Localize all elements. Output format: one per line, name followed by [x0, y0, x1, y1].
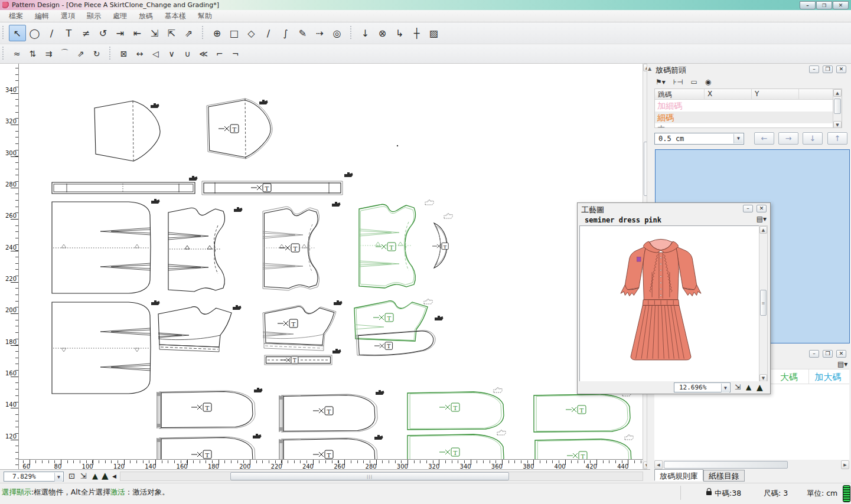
pattern-piece-waistband-left[interactable]: [52, 176, 198, 194]
craft-scroll-up-arrow[interactable]: ▲: [759, 226, 767, 234]
column-header-x[interactable]: X: [705, 89, 752, 99]
grade-row[interactable]: 加細碼: [655, 100, 842, 112]
curve-tool-button[interactable]: ∫: [277, 25, 294, 41]
grading-table[interactable]: 跳碼 X Y 加細碼細碼中 ▲ ▼: [654, 89, 842, 128]
zoom-tool-button[interactable]: ◯: [26, 25, 43, 41]
pattern-piece-sleeve-6[interactable]: [279, 435, 383, 459]
fan-grade-tool-button[interactable]: ∨: [164, 47, 180, 61]
pin-icon[interactable]: ⚑▾: [656, 78, 666, 86]
toolbar-group-handle[interactable]: [2, 47, 5, 61]
rotate-tool-button[interactable]: ↺: [94, 25, 112, 41]
pattern-piece-sleeve-2[interactable]: [279, 390, 384, 432]
toolbar-group-handle[interactable]: [109, 47, 112, 61]
notch-tool-button[interactable]: ≠: [77, 25, 94, 41]
pattern-canvas[interactable]: T: [19, 64, 643, 459]
craft-zoom-in-mountain-icon[interactable]: ▲: [757, 382, 763, 392]
document-menu-icon[interactable]: ▤▾: [837, 360, 847, 368]
pattern-piece-sleeve-5[interactable]: [156, 434, 262, 459]
eye-icon[interactable]: ◉: [705, 78, 711, 86]
pattern-piece-skirt-back[interactable]: [52, 199, 160, 293]
craft-fit-icon[interactable]: ⇲: [735, 383, 741, 391]
menu-view[interactable]: 顯示: [81, 10, 106, 22]
pattern-piece-band-seam[interactable]: [356, 316, 444, 356]
sizes-scroll-left-arrow[interactable]: ◀: [654, 460, 663, 469]
grade-xy-tool-button[interactable]: ⇱: [163, 25, 180, 41]
tab-pattern-catalog[interactable]: 紙樣目錄: [703, 470, 745, 482]
center-align-tool-button[interactable]: ┼: [408, 25, 425, 41]
grade-row[interactable]: 中: [655, 123, 842, 128]
corner-cut-tool-button[interactable]: ¬: [227, 47, 243, 61]
text-tool-button[interactable]: T: [60, 25, 77, 41]
pattern-piece-front-yoke[interactable]: [158, 305, 242, 352]
combo-dropdown-arrow[interactable]: ▼: [733, 134, 743, 143]
zoom-in-mountain-icon[interactable]: ▲: [102, 470, 109, 481]
toolbar-group-handle[interactable]: [2, 26, 5, 40]
grade-left-button[interactable]: ←: [754, 132, 774, 145]
grade-right-button[interactable]: →: [778, 132, 798, 145]
parallel-grade-tool-button[interactable]: ⇅: [25, 47, 41, 61]
grading-panel-restore-button[interactable]: ❒: [823, 66, 833, 73]
converge-grade-tool-button[interactable]: ⇉: [41, 47, 57, 61]
grade-scroll-down-arrow[interactable]: ▼: [833, 121, 842, 128]
line-tool-button[interactable]: ∕: [260, 25, 277, 41]
target-tool-button[interactable]: ◎: [328, 25, 345, 41]
toolbar-group-handle[interactable]: [350, 26, 353, 40]
grading-panel-close-button[interactable]: ✕: [836, 66, 846, 73]
craft-vertical-scrollbar[interactable]: ▲ ≡ ▼: [759, 225, 768, 382]
grading-table-scrollbar[interactable]: ▲ ▼: [833, 89, 842, 128]
fit-page-icon[interactable]: ⊡: [69, 472, 75, 480]
collapse-panel-arrow[interactable]: ▲: [648, 66, 651, 71]
craft-minimize-button[interactable]: –: [743, 205, 753, 212]
tab-grading-rule-library[interactable]: 放碼規則庫: [654, 469, 703, 481]
grade-row[interactable]: 細碼: [655, 112, 842, 123]
menu-basic-pattern[interactable]: 基本樣: [159, 10, 191, 22]
menu-file[interactable]: 檔案: [4, 10, 28, 22]
measure-tool-button[interactable]: ∕: [43, 25, 60, 41]
connector-icon[interactable]: ⊦⊣: [673, 78, 683, 86]
menu-options[interactable]: 選項: [56, 10, 80, 22]
pattern-piece-waistband-right[interactable]: [202, 172, 353, 195]
polygon-tool-button[interactable]: ◇: [243, 25, 260, 41]
box-cross-tool-button[interactable]: ⊠: [116, 47, 132, 61]
pattern-piece-sleeve-1[interactable]: [156, 388, 263, 428]
canvas-horizontal-scrollbar[interactable]: |||: [120, 472, 643, 481]
sizes-panel-close-button[interactable]: ✕: [836, 350, 846, 358]
corner-grade-tool-button[interactable]: ⌐: [211, 47, 227, 61]
pattern-piece-front-yoke-seam[interactable]: [263, 300, 343, 351]
move-point-y-tool-button[interactable]: ⇤: [129, 25, 146, 41]
trace-tool-button[interactable]: ⇢: [311, 25, 328, 41]
copy-grade-tool-button[interactable]: ⇗: [73, 47, 89, 61]
zoom-dropdown-arrow[interactable]: ▼: [54, 473, 63, 482]
minimize-button[interactable]: [800, 1, 816, 9]
axis-align-tool-button[interactable]: ↳: [391, 25, 408, 41]
spread-grade-tool-button[interactable]: ∪: [180, 47, 195, 61]
menu-help[interactable]: 幫助: [193, 10, 217, 22]
craft-zoom-combobox[interactable]: 12.696% ▼: [674, 382, 731, 392]
arc-grade-tool-button[interactable]: ⌒: [57, 47, 73, 61]
pattern-piece-hem-strip[interactable]: [265, 349, 341, 365]
canvas-hscroll-thumb[interactable]: |||: [230, 472, 509, 480]
rectangle-tool-button[interactable]: □: [226, 25, 243, 41]
close-button[interactable]: [833, 1, 849, 9]
size-column-header[interactable]: 加大碼: [808, 369, 847, 385]
sizes-panel-body[interactable]: [654, 384, 849, 460]
craft-preview-area[interactable]: [579, 225, 760, 382]
sizes-scroll-thumb[interactable]: [664, 461, 788, 469]
grade-step-combobox[interactable]: 0.5 cm ▼: [654, 133, 744, 145]
pattern-piece-sleeve-7-graded[interactable]: [407, 430, 506, 459]
menu-process[interactable]: 處理: [107, 10, 132, 22]
pen-tool-button[interactable]: ✎: [294, 25, 311, 41]
pattern-piece-bodice-back-graded[interactable]: [359, 200, 453, 288]
pattern-piece-collar[interactable]: [432, 223, 448, 268]
sizes-horizontal-scrollbar[interactable]: ◀ ▶: [654, 460, 849, 469]
craft-zoom-dropdown-arrow[interactable]: ▼: [721, 384, 729, 392]
restore-button[interactable]: [816, 1, 832, 9]
pattern-piece-yoke-right[interactable]: [207, 99, 272, 159]
grade-down-button[interactable]: ↓: [803, 132, 823, 145]
box-icon[interactable]: ▭: [690, 78, 697, 86]
sizes-scroll-right-arrow[interactable]: ▶: [841, 460, 849, 469]
canvas-zoom-combobox[interactable]: 7.829% ▼: [4, 472, 64, 482]
drop-point-tool-button[interactable]: ↓: [357, 25, 374, 41]
pattern-piece-sleeve-3-graded[interactable]: [407, 388, 504, 430]
grading-panel-minimize-button[interactable]: –: [809, 66, 819, 73]
